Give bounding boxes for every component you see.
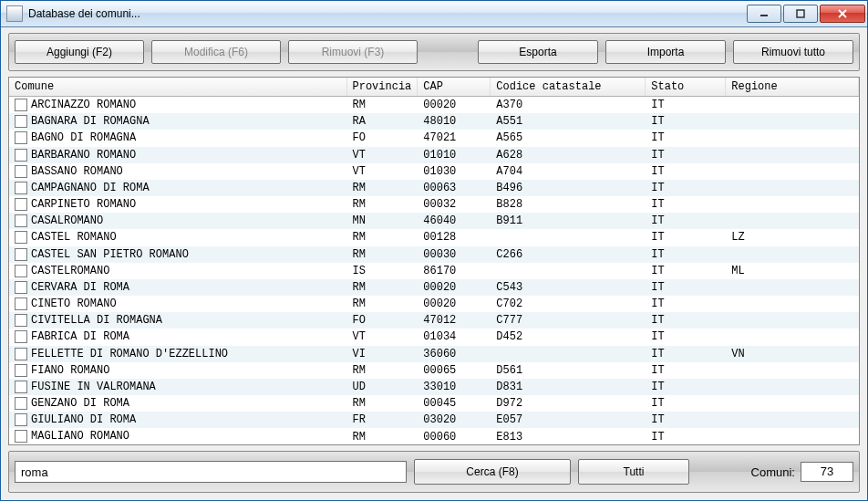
cell-comune: GIULIANO DI ROMA	[31, 413, 136, 426]
table-row[interactable]: CASTEL SAN PIETRO ROMANORM00030C266IT	[9, 246, 859, 263]
table-row[interactable]: BAGNO DI ROMAGNAFO47021A565IT	[9, 130, 859, 146]
cell-cap: 00060	[418, 428, 491, 444]
svg-rect-1	[797, 10, 804, 17]
cell-provincia: RM	[346, 279, 418, 296]
row-checkbox[interactable]	[15, 265, 27, 277]
cell-cap: 01034	[418, 329, 491, 345]
table-row[interactable]: BARBARANO ROMANOVT01010A628IT	[9, 147, 859, 163]
remove-button[interactable]: Rimuovi (F3)	[288, 40, 418, 64]
cell-codice: C777	[491, 312, 646, 329]
main-window: Database dei comuni... Aggiungi (F2) Mod…	[0, 0, 868, 501]
table-row[interactable]: CIVITELLA DI ROMAGNAFO47012C777IT	[9, 312, 859, 329]
table-row[interactable]: BAGNARA DI ROMAGNARA48010A551IT	[9, 113, 859, 130]
cell-provincia: VT	[346, 163, 418, 180]
row-checkbox[interactable]	[15, 149, 27, 162]
all-button[interactable]: Tutti	[578, 459, 689, 485]
cell-stato: IT	[646, 379, 726, 395]
table-row[interactable]: CASTELROMANOIS86170ITML	[9, 263, 859, 279]
row-checkbox[interactable]	[15, 348, 27, 360]
cell-comune: CASTEL SAN PIETRO ROMANO	[31, 248, 189, 261]
col-regione[interactable]: Regione	[726, 78, 859, 97]
row-checkbox[interactable]	[15, 165, 27, 178]
table-row[interactable]: FUSINE IN VALROMANAUD33010D831IT	[9, 379, 859, 395]
cell-provincia: RM	[346, 428, 418, 444]
cell-cap: 00020	[418, 97, 491, 114]
cell-cap: 00063	[418, 180, 491, 196]
table-row[interactable]: CARPINETO ROMANORM00032B828IT	[9, 196, 859, 213]
edit-button[interactable]: Modifica (F6)	[151, 40, 281, 64]
row-checkbox[interactable]	[15, 115, 27, 128]
col-comune[interactable]: Comune	[9, 78, 346, 97]
cell-provincia: RM	[346, 296, 418, 312]
table-row[interactable]: CASTEL ROMANORM00128ITLZ	[9, 229, 859, 245]
import-button[interactable]: Importa	[605, 40, 726, 64]
app-icon	[6, 5, 23, 22]
add-button[interactable]: Aggiungi (F2)	[15, 40, 144, 64]
close-button[interactable]	[820, 5, 865, 23]
search-button[interactable]: Cerca (F8)	[414, 459, 571, 485]
cell-stato: IT	[646, 296, 726, 312]
table-row[interactable]: MAGLIANO ROMANORM00060E813IT	[9, 428, 859, 444]
cell-provincia: VI	[346, 346, 418, 362]
table-row[interactable]: GENZANO DI ROMARM00045D972IT	[9, 395, 859, 412]
row-checkbox[interactable]	[15, 99, 27, 111]
cell-cap: 00065	[418, 362, 491, 379]
table-row[interactable]: FIANO ROMANORM00065D561IT	[9, 362, 859, 379]
minimize-button[interactable]	[747, 5, 781, 23]
row-checkbox[interactable]	[15, 330, 27, 343]
row-checkbox[interactable]	[15, 281, 27, 294]
table-row[interactable]: FABRICA DI ROMAVT01034D452IT	[9, 329, 859, 345]
row-checkbox[interactable]	[15, 314, 27, 327]
cell-cap: 36060	[418, 346, 491, 362]
col-codice[interactable]: Codice catastale	[491, 78, 646, 97]
table-row[interactable]: CERVARA DI ROMARM00020C543IT	[9, 279, 859, 296]
row-checkbox[interactable]	[15, 381, 27, 393]
table-row[interactable]: CASALROMANOMN46040B911IT	[9, 213, 859, 229]
cell-cap: 33010	[418, 379, 491, 395]
cell-provincia: FO	[346, 312, 418, 329]
cell-regione: VN	[726, 346, 859, 362]
table-row[interactable]: CAMPAGNANO DI ROMARM00063B496IT	[9, 180, 859, 196]
cell-provincia: FO	[346, 130, 418, 146]
cell-codice: C266	[491, 246, 646, 263]
row-checkbox[interactable]	[15, 182, 27, 194]
row-checkbox[interactable]	[15, 430, 27, 443]
cell-codice: A370	[491, 97, 646, 114]
cell-regione: LZ	[726, 229, 859, 245]
cell-provincia: RM	[346, 196, 418, 213]
row-checkbox[interactable]	[15, 297, 27, 310]
count-label: Comuni:	[751, 465, 795, 479]
table-scroll[interactable]: Comune Provincia CAP Codice catastale St…	[9, 78, 859, 444]
maximize-button[interactable]	[783, 5, 818, 23]
table-row[interactable]: BASSANO ROMANOVT01030A704IT	[9, 163, 859, 180]
row-checkbox[interactable]	[15, 198, 27, 211]
export-button[interactable]: Esporta	[478, 40, 598, 64]
titlebar[interactable]: Database dei comuni...	[1, 1, 867, 27]
count-display: Comuni: 73	[751, 462, 853, 482]
table-row[interactable]: ARCINAZZO ROMANORM00020A370IT	[9, 97, 859, 114]
cell-regione	[726, 312, 859, 329]
cell-codice: D972	[491, 395, 646, 412]
cell-regione	[726, 246, 859, 263]
row-checkbox[interactable]	[15, 214, 27, 227]
search-input[interactable]	[15, 461, 407, 483]
col-provincia[interactable]: Provincia	[346, 78, 418, 97]
row-checkbox[interactable]	[15, 364, 27, 377]
cell-cap: 01010	[418, 147, 491, 163]
cell-provincia: MN	[346, 213, 418, 229]
row-checkbox[interactable]	[15, 231, 27, 244]
row-checkbox[interactable]	[15, 248, 27, 261]
table-row[interactable]: FELLETTE DI ROMANO D'EZZELLINOVI36060ITV…	[9, 346, 859, 362]
row-checkbox[interactable]	[15, 413, 27, 426]
cell-codice: A551	[491, 113, 646, 130]
remove-all-button[interactable]: Rimuovi tutto	[733, 40, 853, 64]
row-checkbox[interactable]	[15, 131, 27, 144]
cell-provincia: RM	[346, 246, 418, 263]
col-stato[interactable]: Stato	[646, 78, 726, 97]
cell-regione	[726, 113, 859, 130]
table-row[interactable]: GIULIANO DI ROMAFR03020E057IT	[9, 412, 859, 428]
cell-stato: IT	[646, 229, 726, 245]
table-row[interactable]: CINETO ROMANORM00020C702IT	[9, 296, 859, 312]
col-cap[interactable]: CAP	[418, 78, 491, 97]
row-checkbox[interactable]	[15, 397, 27, 410]
